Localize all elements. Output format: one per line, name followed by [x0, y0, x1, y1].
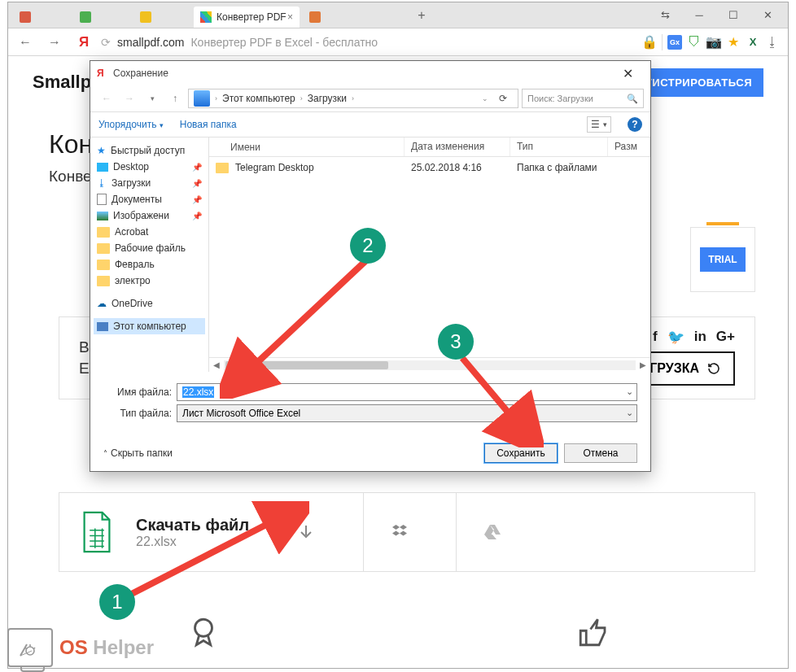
watermark-os: OS — [59, 636, 88, 658]
favicon — [80, 11, 91, 23]
folder-icon — [97, 227, 110, 238]
window-maximize-button[interactable]: ☐ — [716, 4, 750, 27]
decoration-bar — [706, 222, 739, 225]
tree-documents[interactable]: Документы📌 — [94, 191, 205, 207]
chevron-down-icon[interactable]: ⌄ — [626, 386, 633, 397]
url-title: Конвертер PDF в Excel - бесплатно — [190, 36, 378, 49]
yandex-icon: Я — [97, 68, 108, 79]
chevron-down-icon[interactable]: ⌄ — [626, 408, 633, 418]
scroll-right-icon[interactable]: ▶ — [636, 360, 650, 369]
annotation-badge: 2 — [350, 228, 386, 264]
help-button[interactable]: ? — [628, 117, 642, 132]
cancel-button[interactable]: Отмена — [564, 443, 637, 463]
linkedin-icon[interactable]: in — [694, 329, 706, 346]
annotation-badge: 3 — [438, 324, 474, 360]
tree-folder[interactable]: Acrobat — [94, 224, 205, 240]
nav-forward-button[interactable]: → — [42, 30, 67, 55]
col-type[interactable]: Тип — [510, 137, 608, 156]
tree-downloads[interactable]: ⭳Загрузки📌 — [94, 175, 205, 191]
tree-folder[interactable]: электро — [94, 273, 205, 289]
dialog-titlebar[interactable]: Я Сохранение ✕ — [90, 61, 650, 85]
svg-line-2 — [462, 358, 527, 435]
dropbox-action[interactable] — [363, 493, 435, 571]
window-close-button[interactable]: ✕ — [750, 4, 785, 27]
dialog-actions: ˄Скрыть папки Сохранить Отмена — [90, 435, 650, 471]
reload-icon[interactable]: ⟳ — [101, 36, 111, 49]
googledrive-action[interactable] — [456, 493, 527, 571]
tree-onedrive[interactable]: ☁OneDrive — [94, 295, 205, 312]
download-icon[interactable]: ⭳ — [765, 35, 780, 50]
dialog-title: Сохранение — [113, 68, 168, 79]
inactive-tab[interactable] — [13, 7, 70, 28]
list-row[interactable]: Telegram Desktop 25.02.2018 4:16 Папка с… — [209, 157, 650, 178]
folder-icon — [216, 163, 229, 173]
dropbox-icon — [390, 522, 409, 542]
tree-thispc[interactable]: Этот компьютер — [94, 318, 205, 334]
tree-quickaccess[interactable]: ★Быстрый доступ — [94, 142, 205, 159]
googledrive-icon — [483, 522, 502, 542]
refresh-icon[interactable]: ⟳ — [493, 89, 513, 108]
annotation-badge: 1 — [99, 584, 135, 620]
view-mode-button[interactable]: ☰ ▾ — [587, 116, 611, 133]
crumb-item[interactable]: Загрузки — [308, 93, 347, 104]
tree-pictures[interactable]: Изображени📌 — [94, 207, 205, 224]
register-button[interactable]: ГИСТРИРОВАТЬСЯ — [634, 68, 763, 97]
favorite-icon[interactable]: ★ — [726, 35, 741, 50]
tab-close-icon[interactable]: × — [287, 11, 293, 23]
documents-icon — [97, 194, 107, 205]
new-tab-button[interactable]: + — [410, 8, 433, 23]
shield-icon[interactable]: ⛉ — [687, 35, 702, 50]
facebook-icon[interactable]: f — [653, 329, 658, 346]
breadcrumb[interactable]: › Этот компьютер › Загрузки › ⌄ ⟳ — [188, 89, 518, 108]
watermark: OS Helper — [7, 628, 154, 667]
organize-menu[interactable]: Упорядочить ▾ — [98, 119, 164, 130]
annotation-arrow — [220, 252, 383, 399]
filetype-label: Тип файла: — [103, 408, 177, 419]
nav-back-button[interactable]: ← — [13, 30, 37, 55]
thispc-icon — [194, 90, 210, 107]
lock-icon[interactable]: 🔒 — [642, 35, 657, 50]
col-size[interactable]: Разм — [608, 137, 650, 156]
desktop-icon — [97, 163, 108, 172]
search-input[interactable]: Поиск: Загрузки 🔍 — [522, 89, 644, 108]
tree-folder[interactable]: Февраль — [94, 256, 205, 273]
hide-folders-toggle[interactable]: ˄Скрыть папки — [103, 447, 173, 459]
tree-folder[interactable]: Рабочие файль — [94, 240, 205, 256]
chevron-down-icon[interactable]: ⌄ — [482, 94, 488, 103]
excel-icon[interactable]: X — [746, 35, 760, 50]
nav-history-dropdown[interactable]: ▾ — [142, 89, 162, 108]
inactive-tab[interactable] — [73, 7, 130, 28]
filetype-select[interactable]: Лист Microsoft Office Excel ⌄ — [177, 404, 637, 422]
new-folder-button[interactable]: Новая папка — [180, 119, 237, 130]
filename-value: 22.xlsx — [182, 386, 214, 398]
active-tab[interactable]: Конвертер PDF × — [194, 7, 300, 28]
nav-up-button[interactable]: ↑ — [165, 89, 185, 108]
trial-button[interactable]: TRIAL — [700, 247, 745, 272]
nav-forward-button[interactable]: → — [120, 89, 139, 108]
col-name[interactable]: Имени — [209, 137, 405, 156]
badge-icon[interactable] — [186, 615, 221, 649]
window-sync-icon[interactable]: ⇆ — [648, 4, 682, 27]
googleplus-icon[interactable]: G+ — [716, 329, 735, 346]
pin-icon: 📌 — [192, 179, 202, 188]
yandex-logo-icon[interactable]: Я — [72, 30, 96, 55]
dialog-toolbar: Упорядочить ▾ Новая папка ☰ ▾ ? — [90, 111, 650, 137]
window-minimize-button[interactable]: ─ — [682, 4, 716, 27]
folder-icon — [97, 243, 110, 254]
camera-icon[interactable]: 📷 — [706, 35, 721, 50]
favicon — [200, 11, 212, 23]
translate-icon[interactable]: Gx — [667, 35, 682, 50]
url-field[interactable]: ⟳ smallpdf.com Конвертер PDF в Excel - б… — [101, 36, 637, 49]
chevron-right-icon: › — [215, 94, 217, 103]
twitter-icon[interactable]: 🐦 — [667, 329, 684, 346]
pictures-icon — [97, 212, 108, 220]
inactive-tab[interactable] — [303, 7, 409, 28]
thumbsup-icon[interactable] — [576, 615, 610, 649]
inactive-tab[interactable] — [133, 7, 190, 28]
col-date[interactable]: Дата изменения — [405, 137, 510, 156]
dialog-close-button[interactable]: ✕ — [611, 66, 644, 81]
annotation-arrow — [446, 350, 544, 447]
tree-desktop[interactable]: Desktop📌 — [94, 159, 205, 175]
crumb-item[interactable]: Этот компьютер — [222, 93, 295, 104]
nav-back-button[interactable]: ← — [97, 89, 116, 108]
